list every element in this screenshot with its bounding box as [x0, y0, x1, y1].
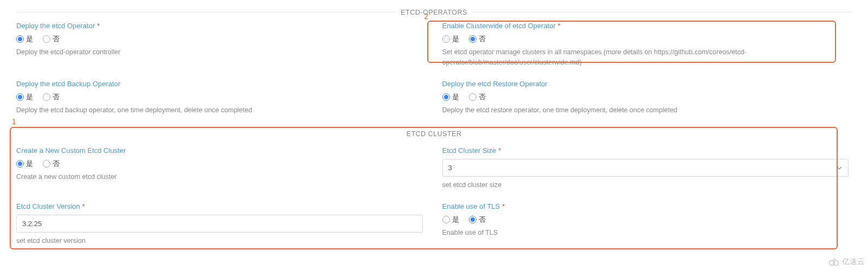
deploy-restore-label: Deploy the etcd Restore Operator: [442, 80, 849, 88]
enable-clusterwide-help: Set etcd operator manage clusters in all…: [442, 47, 849, 68]
required-marker: *: [97, 22, 100, 30]
radio-icon: [469, 93, 477, 101]
enable-tls-no[interactable]: 否: [469, 215, 486, 224]
enable-tls-yes[interactable]: 是: [442, 215, 459, 224]
watermark-icon: [828, 257, 840, 267]
enable-clusterwide-no[interactable]: 否: [469, 34, 486, 44]
radio-icon: [442, 93, 450, 101]
section-title-cluster-text: ETCD CLUSTER: [407, 130, 462, 138]
cluster-size-label: Etcd Cluster Size*: [442, 146, 849, 155]
radio-icon: [469, 216, 477, 223]
deploy-restore-no[interactable]: 否: [469, 92, 486, 102]
cluster-size-help: set etcd cluster size: [442, 180, 849, 190]
radio-icon: [43, 160, 50, 168]
deploy-operator-no[interactable]: 否: [43, 34, 60, 44]
cluster-version-label: Etcd Cluster Version*: [16, 202, 423, 210]
deploy-restore-yes[interactable]: 是: [442, 92, 459, 102]
deploy-restore-help: Deploy the etcd restore operator, one ti…: [442, 105, 849, 115]
deploy-backup-help: Deploy the etcd backup operator, one tim…: [16, 105, 423, 115]
required-marker: *: [82, 202, 85, 210]
cluster-version-input[interactable]: [16, 215, 423, 233]
section-title-operators: ETCD-OPERATORS: [16, 5, 852, 22]
annotation-2: 2: [424, 12, 428, 21]
section-title-cluster: ETCD CLUSTER: [16, 127, 852, 143]
required-marker: *: [498, 146, 501, 155]
cluster-size-select[interactable]: 3: [442, 159, 849, 177]
enable-tls-help: Enable use of TLS: [442, 228, 849, 238]
annotation-1: 1: [12, 117, 16, 126]
watermark-text: 亿速云: [842, 257, 865, 267]
required-marker: *: [502, 202, 505, 210]
radio-icon: [442, 35, 450, 43]
create-cluster-help: Create a new custom etcd cluster: [16, 172, 423, 182]
radio-icon: [43, 35, 50, 43]
create-cluster-label: Create a New Custom Etcd Cluster: [16, 146, 423, 155]
radio-icon: [16, 93, 24, 101]
enable-tls-label: Enable use of TLS*: [442, 202, 849, 210]
cluster-size-value: 3: [448, 164, 452, 172]
deploy-operator-label: Deploy the etcd Operator*: [16, 22, 423, 30]
chevron-down-icon: [836, 165, 843, 171]
deploy-backup-no[interactable]: 否: [43, 92, 60, 102]
create-cluster-yes[interactable]: 是: [16, 159, 33, 169]
radio-icon: [16, 160, 24, 168]
section-title-operators-text: ETCD-OPERATORS: [401, 9, 467, 16]
watermark: 亿速云: [828, 257, 865, 267]
deploy-operator-help: Deploy the etcd-operator controller: [16, 47, 423, 57]
required-marker: *: [558, 22, 560, 30]
create-cluster-no[interactable]: 否: [43, 159, 60, 169]
enable-clusterwide-yes[interactable]: 是: [442, 34, 459, 44]
deploy-operator-yes[interactable]: 是: [16, 34, 33, 44]
radio-icon: [43, 93, 50, 101]
radio-icon: [16, 35, 24, 43]
cluster-version-help: set etcd cluster version: [16, 236, 423, 246]
radio-icon: [442, 216, 450, 223]
deploy-backup-yes[interactable]: 是: [16, 92, 33, 102]
radio-icon: [469, 35, 477, 43]
deploy-backup-label: Deploy the etcd Backup Operator: [16, 80, 423, 88]
enable-clusterwide-label: Enable Clusterwide of etcd Operator*: [442, 22, 849, 30]
